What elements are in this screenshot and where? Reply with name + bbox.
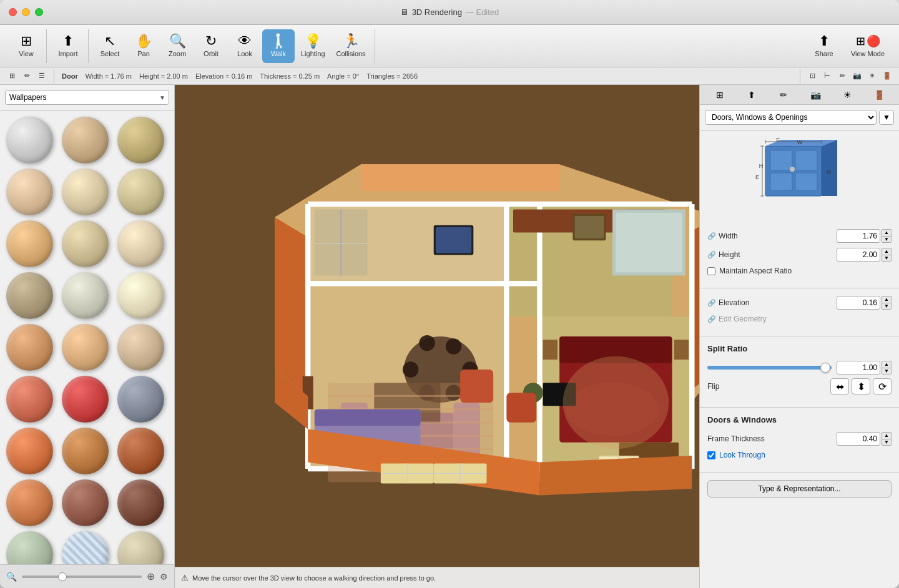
swatch-item[interactable] [6, 220, 53, 267]
properties-header: Doors, Windows & Openings ▼ [700, 105, 899, 130]
select-button[interactable]: ↖ Select [94, 29, 126, 63]
window-title: 🖥 3D Rendering — Edited [400, 7, 499, 17]
height-input[interactable] [837, 248, 880, 262]
split-ratio-slider[interactable] [707, 366, 832, 370]
split-ratio-increment-button[interactable]: ▲ [882, 361, 892, 368]
split-ratio-slider-row: ▲ ▼ [707, 361, 892, 375]
list-icon[interactable]: ☰ [35, 69, 49, 83]
flip-vertical-button[interactable]: ⬍ [852, 378, 870, 394]
width-input[interactable] [837, 229, 880, 243]
camera-snap-icon[interactable]: ⊡ [805, 69, 819, 83]
look-button[interactable]: 👁 Look [228, 29, 261, 63]
door-icon[interactable]: 🚪 [880, 69, 894, 83]
swatch-item[interactable] [117, 428, 164, 474]
elevation-increment-button[interactable]: ▲ [882, 296, 892, 303]
minimize-button[interactable] [22, 8, 30, 16]
maximize-button[interactable] [35, 8, 43, 16]
zoom-slider-thumb[interactable] [58, 572, 67, 581]
elevation-input[interactable] [837, 296, 880, 310]
swatch-item[interactable] [6, 376, 53, 423]
rp-floor-icon[interactable]: ⊞ [712, 87, 727, 102]
view-mode-button[interactable]: ⊞ 🔴 View Mode [843, 29, 893, 63]
close-button[interactable] [9, 8, 17, 16]
swatch-item[interactable] [6, 272, 53, 319]
swatch-item[interactable] [6, 479, 53, 526]
main-content: Wallpapers ▼ 🔍 ⊕ ⚙ [0, 85, 899, 588]
viewport[interactable]: ⚠ Move the cursor over the 3D view to ch… [175, 85, 699, 588]
orbit-button[interactable]: ↻ Orbit [195, 29, 227, 63]
zoom-button[interactable]: 🔍 Zoom [161, 29, 194, 63]
zoom-out-icon[interactable]: 🔍 [6, 572, 17, 582]
height-decrement-button[interactable]: ▼ [882, 255, 892, 262]
floor-plan-icon[interactable]: ⊞ [5, 69, 19, 83]
edit-icon[interactable]: ✏ [20, 69, 34, 83]
door-diagram-container: W H E R F [700, 130, 899, 224]
swatch-item[interactable] [62, 117, 109, 164]
collisions-button[interactable]: 🏃 Collisions [332, 29, 371, 63]
rp-door-icon[interactable]: 🚪 [872, 87, 887, 102]
settings-icon[interactable]: ⚙ [160, 572, 168, 582]
swatch-item[interactable] [6, 531, 53, 564]
properties-expand-button[interactable]: ▼ [879, 110, 894, 125]
properties-dropdown[interactable]: Doors, Windows & Openings [705, 110, 877, 125]
swatch-item[interactable] [117, 220, 164, 267]
toolbar-group-import: ⬆ Import [48, 29, 89, 63]
type-representation-button[interactable]: Type & Representation... [707, 480, 892, 497]
height-increment-button[interactable]: ▲ [882, 248, 892, 255]
split-ratio-decrement-button[interactable]: ▼ [882, 368, 892, 375]
view-button[interactable]: ⊞ View [10, 29, 42, 63]
photo-icon[interactable]: 📷 [850, 69, 864, 83]
swatch-item[interactable] [62, 272, 109, 319]
svg-marker-76 [822, 140, 837, 196]
width-decrement-button[interactable]: ▼ [882, 236, 892, 243]
wallpapers-dropdown[interactable]: Wallpapers [5, 90, 169, 105]
swatch-item[interactable] [117, 324, 164, 371]
frame-thickness-input[interactable] [837, 432, 880, 446]
frame-thickness-increment-button[interactable]: ▲ [882, 432, 892, 439]
swatch-item[interactable] [62, 324, 109, 371]
maintain-aspect-ratio-checkbox[interactable] [707, 267, 715, 275]
frame-thickness-decrement-button[interactable]: ▼ [882, 439, 892, 446]
rp-paint-icon[interactable]: ✏ [776, 87, 791, 102]
door-diagram-svg: W H E R F [753, 137, 847, 218]
svg-rect-80 [795, 173, 817, 190]
swatch-item[interactable] [117, 479, 164, 526]
swatch-item[interactable] [62, 531, 109, 564]
elevation-decrement-button[interactable]: ▼ [882, 303, 892, 310]
flip-horizontal-button[interactable]: ⬌ [830, 378, 849, 394]
swatch-item[interactable] [62, 428, 109, 474]
rp-photo-icon[interactable]: 📷 [808, 87, 823, 102]
look-through-checkbox[interactable] [707, 451, 715, 459]
swatch-item[interactable] [62, 220, 109, 267]
zoom-in-icon[interactable]: ⊕ [147, 571, 155, 582]
split-ratio-thumb[interactable] [820, 363, 830, 373]
width-increment-button[interactable]: ▲ [882, 229, 892, 236]
swatch-item[interactable] [62, 169, 109, 215]
swatch-item[interactable] [62, 479, 109, 526]
swatch-item[interactable] [117, 531, 164, 564]
swatch-item[interactable] [117, 376, 164, 423]
swatch-item[interactable] [6, 428, 53, 474]
swatch-item[interactable] [117, 169, 164, 215]
import-button[interactable]: ⬆ Import [52, 29, 84, 63]
swatch-item[interactable] [6, 169, 53, 215]
pencil2-icon[interactable]: ✏ [835, 69, 849, 83]
swatch-item[interactable] [6, 117, 53, 164]
pan-button[interactable]: ✋ Pan [127, 29, 160, 63]
lighting-button[interactable]: 💡 Lighting [296, 29, 330, 63]
split-ratio-input[interactable] [837, 361, 880, 375]
view-mode-icon-left: ⊞ [856, 34, 865, 48]
look-through-row: Look Through [707, 451, 892, 459]
flip-reset-button[interactable]: ⟳ [873, 378, 892, 394]
sun-icon[interactable]: ☀ [865, 69, 879, 83]
align-icon[interactable]: ⊢ [820, 69, 834, 83]
zoom-slider[interactable] [22, 576, 142, 578]
swatch-item[interactable] [117, 117, 164, 164]
swatch-item[interactable] [62, 376, 109, 423]
swatch-item[interactable] [6, 324, 53, 371]
swatch-item[interactable] [117, 272, 164, 319]
rp-sun-icon[interactable]: ☀ [840, 87, 855, 102]
share-button[interactable]: ⬆ Share [808, 29, 840, 63]
rp-import-icon[interactable]: ⬆ [744, 87, 759, 102]
walk-button[interactable]: 🚶 Walk [262, 29, 295, 63]
